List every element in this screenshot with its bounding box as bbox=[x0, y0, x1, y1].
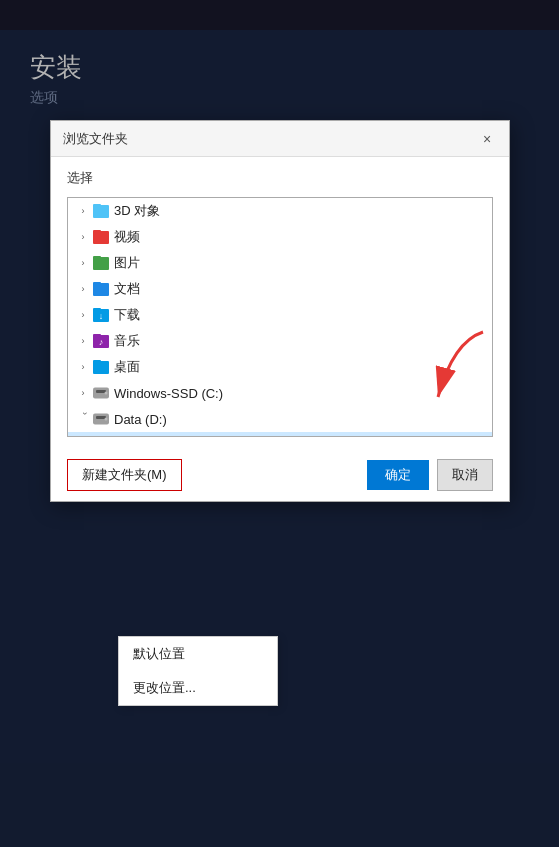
tree-item-pictures-label: 图片 bbox=[114, 254, 140, 272]
tree-item-download[interactable]: › Download bbox=[68, 432, 492, 437]
chevron-icon: › bbox=[76, 386, 90, 400]
hdd-windows-icon bbox=[92, 384, 110, 402]
svg-rect-20 bbox=[96, 416, 106, 419]
tree-item-desktop-label: 桌面 bbox=[114, 358, 140, 376]
folder-downloads-icon: ↓ bbox=[92, 306, 110, 324]
folder-3d-icon bbox=[92, 202, 110, 220]
new-folder-button[interactable]: 新建文件夹(M) bbox=[67, 459, 182, 491]
svg-rect-17 bbox=[96, 390, 106, 393]
tree-item-desktop[interactable]: › 桌面 bbox=[68, 354, 492, 380]
dialog-title: 浏览文件夹 bbox=[63, 130, 128, 148]
svg-text:↓: ↓ bbox=[99, 311, 104, 321]
tree-item-data-d-label: Data (D:) bbox=[114, 412, 167, 427]
dialog-select-label: 选择 bbox=[67, 169, 493, 187]
dialog-body: 选择 › 3D 对象 › 视频 › bbox=[51, 157, 509, 449]
folder-desktop-icon bbox=[92, 358, 110, 376]
confirm-button[interactable]: 确定 bbox=[367, 460, 429, 490]
svg-rect-5 bbox=[93, 256, 101, 259]
tree-item-windows-ssd-label: Windows-SSD (C:) bbox=[114, 386, 223, 401]
tree-item-video[interactable]: › 视频 bbox=[68, 224, 492, 250]
chevron-expanded-icon: › bbox=[76, 412, 90, 426]
dialog-close-button[interactable]: × bbox=[477, 129, 497, 149]
dialog-titlebar: 浏览文件夹 × bbox=[51, 121, 509, 157]
svg-rect-7 bbox=[93, 282, 101, 285]
context-menu-item-change-location[interactable]: 更改位置... bbox=[119, 671, 277, 705]
tree-item-documents-label: 文档 bbox=[114, 280, 140, 298]
cancel-button[interactable]: 取消 bbox=[437, 459, 493, 491]
tree-item-music[interactable]: › ♪ 音乐 bbox=[68, 328, 492, 354]
svg-text:♪: ♪ bbox=[99, 337, 104, 347]
chevron-icon: › bbox=[76, 282, 90, 296]
hdd-data-icon bbox=[92, 410, 110, 428]
chevron-icon: › bbox=[76, 256, 90, 270]
tree-item-data-d[interactable]: › Data (D:) bbox=[68, 406, 492, 432]
tree-item-windows-ssd[interactable]: › Windows-SSD (C:) bbox=[68, 380, 492, 406]
tree-item-3d[interactable]: › 3D 对象 bbox=[68, 198, 492, 224]
svg-rect-15 bbox=[93, 360, 101, 363]
svg-point-18 bbox=[105, 392, 108, 395]
folder-download-icon bbox=[108, 436, 126, 437]
context-menu: 默认位置 更改位置... bbox=[118, 636, 278, 706]
svg-rect-3 bbox=[93, 230, 101, 233]
tree-item-downloads-label: 下载 bbox=[114, 306, 140, 324]
chevron-icon: › bbox=[76, 204, 90, 218]
dialog-footer: 新建文件夹(M) 确定 取消 bbox=[51, 449, 509, 501]
tree-item-documents[interactable]: › 文档 bbox=[68, 276, 492, 302]
svg-rect-1 bbox=[93, 204, 101, 207]
folder-pictures-icon bbox=[92, 254, 110, 272]
folder-video-icon bbox=[92, 228, 110, 246]
folder-documents-icon bbox=[92, 280, 110, 298]
browse-folder-dialog: 浏览文件夹 × 选择 › 3D 对象 › 视频 bbox=[50, 120, 510, 502]
folder-music-icon: ♪ bbox=[92, 332, 110, 350]
chevron-icon: › bbox=[76, 334, 90, 348]
folder-tree[interactable]: › 3D 对象 › 视频 › 图片 bbox=[67, 197, 493, 437]
tree-item-music-label: 音乐 bbox=[114, 332, 140, 350]
tree-item-pictures[interactable]: › 图片 bbox=[68, 250, 492, 276]
chevron-icon: › bbox=[76, 230, 90, 244]
tree-item-downloads[interactable]: › ↓ 下载 bbox=[68, 302, 492, 328]
tree-item-video-label: 视频 bbox=[114, 228, 140, 246]
chevron-icon: › bbox=[76, 360, 90, 374]
svg-point-21 bbox=[105, 418, 108, 421]
chevron-icon: › bbox=[76, 308, 90, 322]
context-menu-item-default-location[interactable]: 默认位置 bbox=[119, 637, 277, 671]
tree-item-3d-label: 3D 对象 bbox=[114, 202, 160, 220]
